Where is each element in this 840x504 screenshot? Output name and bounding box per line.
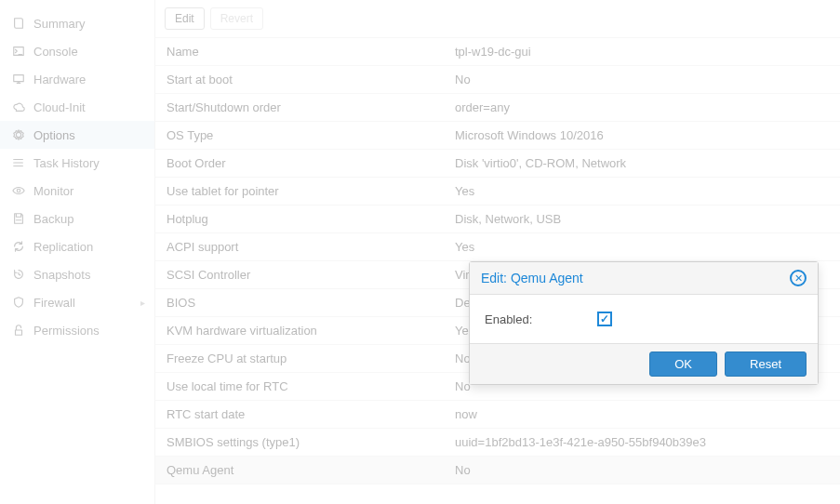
option-key: SMBIOS settings (type1) bbox=[155, 430, 444, 455]
shield-icon bbox=[11, 295, 26, 310]
option-value: now bbox=[444, 402, 840, 427]
option-key: Name bbox=[155, 39, 444, 64]
sidebar-item-hardware[interactable]: Hardware bbox=[0, 65, 154, 93]
option-row[interactable]: SMBIOS settings (type1)uuid=1bf2bd13-1e3… bbox=[155, 429, 840, 457]
sidebar-item-permissions[interactable]: Permissions bbox=[0, 316, 154, 344]
sidebar-item-backup[interactable]: Backup bbox=[0, 205, 154, 232]
dialog-title: Edit: Qemu Agent bbox=[481, 271, 583, 285]
dialog-header: Edit: Qemu Agent ✕ bbox=[470, 262, 818, 295]
revert-button: Revert bbox=[210, 7, 263, 30]
option-key: Start/Shutdown order bbox=[155, 95, 444, 120]
option-value: Yes bbox=[444, 179, 840, 204]
book-icon bbox=[11, 16, 26, 31]
sidebar-item-label: Task History bbox=[33, 156, 100, 170]
option-value: Yes bbox=[444, 234, 840, 259]
sidebar-item-label: Options bbox=[33, 128, 75, 142]
option-row[interactable]: Use tablet for pointerYes bbox=[155, 178, 840, 206]
sidebar-item-label: Monitor bbox=[33, 184, 73, 198]
ok-button[interactable]: OK bbox=[649, 351, 717, 377]
option-key: SCSI Controller bbox=[155, 262, 444, 287]
option-row[interactable]: ACPI supportYes bbox=[155, 233, 840, 261]
option-key: BIOS bbox=[155, 290, 444, 315]
option-value: No bbox=[444, 67, 840, 92]
eye-icon bbox=[11, 183, 26, 198]
sidebar-item-label: Console bbox=[33, 45, 78, 59]
option-key: ACPI support bbox=[155, 234, 444, 259]
option-value: order=any bbox=[444, 95, 840, 120]
sidebar-item-label: Hardware bbox=[33, 73, 86, 86]
dialog-footer: OK Reset bbox=[470, 343, 818, 384]
history-icon bbox=[11, 267, 26, 282]
sidebar-item-cloud-init[interactable]: Cloud-Init bbox=[0, 93, 154, 121]
sidebar-item-label: Replication bbox=[33, 240, 93, 254]
sidebar-item-task-history[interactable]: Task History bbox=[0, 149, 154, 177]
gear-icon bbox=[11, 127, 26, 142]
option-row[interactable]: Start/Shutdown orderorder=any bbox=[155, 94, 840, 122]
sidebar-item-label: Cloud-Init bbox=[33, 100, 86, 114]
edit-button[interactable]: Edit bbox=[165, 7, 205, 30]
option-key: Qemu Agent bbox=[155, 458, 444, 483]
sidebar-item-summary[interactable]: Summary bbox=[0, 9, 154, 37]
main-panel: Edit Revert Nametpl-w19-dc-guiStart at b… bbox=[155, 0, 840, 504]
option-value: tpl-w19-dc-gui bbox=[444, 39, 840, 64]
sidebar: SummaryConsoleHardwareCloud-InitOptionsT… bbox=[0, 0, 155, 504]
close-icon[interactable]: ✕ bbox=[790, 270, 807, 286]
enabled-checkbox[interactable]: ✓ bbox=[597, 312, 612, 326]
sidebar-item-firewall[interactable]: Firewall▸ bbox=[0, 288, 154, 316]
option-value: uuid=1bf2bd13-1e3f-421e-a950-55bf940b39e… bbox=[444, 430, 840, 455]
option-value: Microsoft Windows 10/2016 bbox=[444, 123, 840, 148]
option-key: Hotplug bbox=[155, 206, 444, 232]
toolbar: Edit Revert bbox=[155, 0, 840, 38]
terminal-icon bbox=[11, 44, 26, 59]
option-value: Disk 'virtio0', CD-ROM, Network bbox=[444, 151, 840, 176]
option-key: Boot Order bbox=[155, 151, 444, 176]
option-value: Disk, Network, USB bbox=[444, 206, 840, 232]
option-row[interactable]: Nametpl-w19-dc-gui bbox=[155, 38, 840, 66]
option-row[interactable]: OS TypeMicrosoft Windows 10/2016 bbox=[155, 122, 840, 150]
option-row[interactable]: HotplugDisk, Network, USB bbox=[155, 206, 840, 233]
monitor-icon bbox=[11, 72, 26, 86]
edit-dialog: Edit: Qemu Agent ✕ Enabled: ✓ OK Reset bbox=[469, 261, 819, 385]
sidebar-item-label: Firewall bbox=[33, 296, 75, 310]
sync-icon bbox=[11, 239, 26, 254]
sidebar-item-snapshots[interactable]: Snapshots bbox=[0, 260, 154, 288]
cloud-icon bbox=[11, 99, 26, 114]
sidebar-item-monitor[interactable]: Monitor bbox=[0, 177, 154, 205]
option-key: Use tablet for pointer bbox=[155, 179, 444, 204]
option-row[interactable]: RTC start datenow bbox=[155, 401, 840, 429]
option-key: Use local time for RTC bbox=[155, 374, 444, 399]
chevron-right-icon: ▸ bbox=[140, 298, 145, 308]
sidebar-item-label: Backup bbox=[33, 212, 73, 226]
option-key: RTC start date bbox=[155, 402, 444, 427]
dialog-body: Enabled: ✓ bbox=[470, 295, 818, 343]
sidebar-item-console[interactable]: Console bbox=[0, 37, 154, 65]
option-key: OS Type bbox=[155, 123, 444, 148]
option-value: No bbox=[444, 458, 840, 483]
option-row[interactable]: Qemu AgentNo bbox=[155, 457, 840, 484]
sidebar-item-label: Summary bbox=[33, 17, 86, 31]
sidebar-item-options[interactable]: Options bbox=[0, 121, 154, 149]
enabled-label: Enabled: bbox=[485, 312, 532, 326]
option-row[interactable]: Boot OrderDisk 'virtio0', CD-ROM, Networ… bbox=[155, 150, 840, 178]
sidebar-item-replication[interactable]: Replication bbox=[0, 232, 154, 260]
option-key: Start at boot bbox=[155, 67, 444, 92]
sidebar-item-label: Permissions bbox=[33, 324, 100, 338]
list-icon bbox=[11, 155, 26, 170]
reset-button[interactable]: Reset bbox=[725, 351, 807, 377]
unlock-icon bbox=[11, 323, 26, 338]
sidebar-item-label: Snapshots bbox=[33, 268, 90, 282]
save-icon bbox=[11, 211, 26, 226]
option-key: Freeze CPU at startup bbox=[155, 346, 444, 371]
option-key: KVM hardware virtualization bbox=[155, 318, 444, 343]
option-row[interactable]: Start at bootNo bbox=[155, 66, 840, 94]
